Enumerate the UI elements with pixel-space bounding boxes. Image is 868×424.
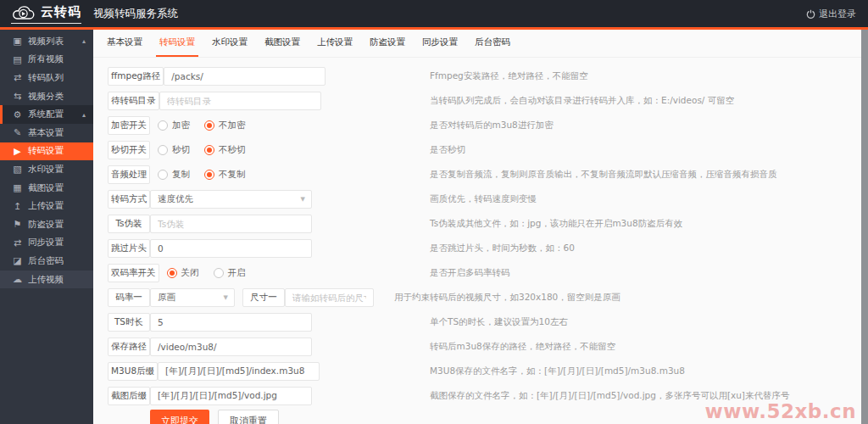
radio-option[interactable]: 不加密 [204,120,246,131]
radio-option[interactable]: 加密 [158,120,190,131]
field-label: 加密开关 [108,116,150,135]
field-label: 保存路径 [108,338,150,356]
sidebar-item-video-list[interactable]: ▣ 视频列表 ▴ [0,32,93,51]
tab-sync-settings[interactable]: 同步设置 [419,30,461,57]
sidebar-item-watermark-settings[interactable]: ▧ 水印设置 [0,160,93,179]
queue-icon: ⇄ [11,72,24,83]
radio-label: 不加密 [219,120,246,131]
save-path-input[interactable] [150,338,312,356]
tab-basic-settings[interactable]: 基本设置 [103,30,146,57]
field-help: 当转码队列完成后，会自动对该目录进行转码并入库，如：E:/videos/ 可留空 [430,95,734,107]
tab-upload-settings[interactable]: 上传设置 [314,30,356,57]
radio-checked-icon [204,170,214,180]
sidebar-item-label: 水印设置 [28,164,64,176]
sidebar-item-label: 同步设置 [28,237,64,248]
radio-option[interactable]: 复制 [158,169,190,181]
m3u8-suffix-input[interactable] [158,362,320,381]
sidebar-item-video-category[interactable]: ⇆ 视频分类 [0,87,93,106]
form-row: ffmpeg路径 Ffmpeg安装路径，绝对路径，不能留空 [108,64,861,88]
field-help: M3U8保存的文件名字，如：[年]/[月]/[日]/[md5]/m3u8.m3u… [430,365,685,377]
pending-dir-input[interactable] [159,92,321,110]
radio-option[interactable]: 不秒切 [204,144,246,156]
field-help: 是否开启多码率转码 [430,267,510,279]
sidebar-item-label: 视频列表 [28,36,64,47]
tab-screenshot-settings[interactable]: 截图设置 [261,30,303,57]
screenshot-suffix-input[interactable] [150,387,312,405]
field-label: 音频处理 [108,165,150,184]
radio-label: 秒切 [172,144,190,156]
ffmpeg-path-input[interactable] [164,67,326,86]
sidebar-item-label: 上传视频 [28,274,64,286]
radio-option[interactable]: 不复制 [204,169,246,181]
field-label: Ts伪装 [108,215,150,233]
chevron-down-icon: ▼ [224,294,228,301]
sidebar-item-upload-settings[interactable]: ↥ 上传设置 [0,197,93,215]
sidebar-item-all-videos[interactable]: ▤ 所有视频 [0,51,93,70]
field-label: 转码方式 [108,190,150,209]
main-content: 基本设置 转码设置 水印设置 截图设置 上传设置 防盗设置 同步设置 后台密码 … [93,30,868,424]
field-help: 是否对转码后的m3u8进行加密 [430,120,554,131]
transcode-mode-select[interactable]: 速度优先 ▼ [150,190,312,209]
radio-option[interactable]: 关闭 [167,267,199,279]
logout-label: 退出登录 [819,8,856,20]
form-row: 音频处理 复制 不复制 是否复制音频流，复制则原音质输出，不复制音频流即默认压缩… [108,162,861,187]
sidebar-item-transcode-queue[interactable]: ⇄ 转码队列 [0,69,93,87]
vertical-scrollbar[interactable] [861,30,868,424]
field-help: 画质优先，转码速度则变慢 [430,193,537,205]
transcode-icon: ▶ [11,146,24,157]
radio-option[interactable]: 秒切 [158,144,190,156]
form-row: 码率一 原画 ▼ 尺寸一 用于约束转码后的视频尺寸，如320x180，留空则是原… [108,285,861,310]
radio-label: 加密 [172,120,190,131]
form-row: 转码方式 速度优先 ▼ 画质优先，转码速度则变慢 [108,187,861,211]
settings-tabbar: 基本设置 转码设置 水印设置 截图设置 上传设置 防盗设置 同步设置 后台密码 [93,30,861,58]
tab-antitheft-settings[interactable]: 防盗设置 [366,30,409,57]
category-icon: ⇆ [11,91,24,102]
field-label: M3U8后缀 [108,362,158,381]
sidebar-item-admin-password[interactable]: ◪ 后台密码 [0,252,93,271]
radio-icon [158,120,168,131]
bitrate-one-select[interactable]: 原画 ▼ [150,288,235,307]
form-row: 秒切开关 秒切 不秒切 是否秒切 [108,137,861,162]
form-row: 保存路径 转码后m3u8保存的路径，绝对路径，不能留空 [108,334,861,359]
radio-icon [158,145,168,155]
field-label: 秒切开关 [108,141,150,159]
radio-checked-icon [204,145,214,155]
field-label: 跳过片头 [108,239,150,258]
tab-watermark-settings[interactable]: 水印设置 [209,30,251,57]
size-one-input[interactable] [285,288,374,307]
transcode-settings-form: ffmpeg路径 Ffmpeg安装路径，绝对路径，不能留空 待转码目录 当转码队… [93,64,861,424]
form-row: Ts伪装 Ts伪装成其他文件，如：jpg，该功能只在开启m3u8防盗后有效 [108,211,861,236]
field-help: 是否复制音频流，复制则原音质输出，不复制音频流即默认压缩音频，压缩音频有损音质 [430,169,777,181]
sidebar-item-basic-settings[interactable]: ✎ 基本设置 [0,124,93,142]
field-help: 单个TS的时长，建议设置为10左右 [430,316,568,328]
sidebar-item-upload-video[interactable]: ☁ 上传视频 [0,271,93,289]
sidebar-item-antitheft-settings[interactable]: ⚑ 防盗设置 [0,215,93,234]
form-row: 截图后缀 截图保存的文件名字，如：[年]/[月]/[日]/[md5]/vod.j… [108,383,861,408]
submit-button[interactable]: 立即提交 [150,410,209,424]
reset-button[interactable]: 取消重置 [218,410,279,424]
encrypt-radio-group: 加密 不加密 [158,120,260,131]
sidebar-item-screenshot-settings[interactable]: ▦ 截图设置 [0,179,93,198]
tab-admin-password[interactable]: 后台密码 [471,30,514,57]
skip-intro-input[interactable] [150,239,312,258]
power-icon [806,9,815,19]
sidebar-item-label: 所有视频 [28,53,64,65]
field-label: 截图后缀 [108,387,150,405]
form-row: 双码率开关 关闭 开启 是否开启多码率转码 [108,260,861,285]
radio-checked-icon [167,268,177,278]
sidebar-item-sync-settings[interactable]: ⇄ 同步设置 [0,234,93,253]
ts-duration-input[interactable] [150,313,312,332]
sidebar-item-transcode-settings[interactable]: ▶ 转码设置 [0,142,93,161]
form-actions: 立即提交 取消重置 [108,410,861,424]
radio-option[interactable]: 开启 [214,267,246,279]
logout-button[interactable]: 退出登录 [806,8,856,20]
ts-disguise-input[interactable] [150,215,312,233]
app-logo: 云转码 [11,4,81,24]
logo-text: 云转码 [41,4,81,20]
select-value: 原画 [158,292,175,304]
sidebar-item-system-config[interactable]: ⚙ 系统配置 ▴ [0,105,93,124]
video-list-icon: ▣ [11,36,24,47]
watermark-icon: ▧ [11,164,24,175]
tab-transcode-settings[interactable]: 转码设置 [156,30,198,57]
chevron-up-icon: ▴ [82,111,86,119]
